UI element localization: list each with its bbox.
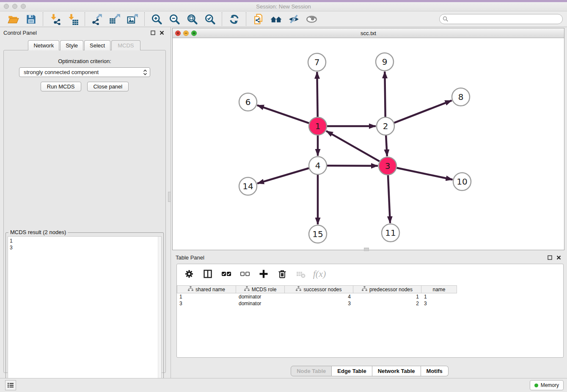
cell[interactable]: 3	[285, 300, 353, 307]
column-header-predecessor-nodes[interactable]: predecessor nodes	[353, 285, 421, 293]
cell[interactable]: dominator	[236, 300, 285, 307]
deselect-all-icon[interactable]	[239, 268, 250, 279]
network-window-titlebar[interactable]: scc.txt	[173, 28, 564, 38]
zoom-out-icon[interactable]	[168, 13, 181, 25]
network-graph-canvas[interactable]: 1234678910111415	[173, 38, 564, 250]
edge-3-10[interactable]	[397, 168, 453, 180]
node-6[interactable]: 6	[239, 93, 257, 111]
close-panel-button[interactable]: Close panel	[87, 82, 129, 91]
tab-network[interactable]: Network	[28, 40, 59, 50]
close-table-panel-icon[interactable]	[556, 255, 561, 260]
mcds-result-text[interactable]: 1 3	[8, 236, 162, 392]
column-header-successor-nodes[interactable]: successor nodes	[285, 285, 353, 293]
export-network-icon[interactable]	[91, 13, 103, 25]
close-panel-icon[interactable]	[160, 30, 164, 35]
zoom-in-icon[interactable]	[150, 13, 163, 25]
node-9[interactable]: 9	[376, 53, 394, 71]
delete-column-icon[interactable]	[277, 268, 288, 279]
edge-1-7[interactable]	[317, 72, 317, 117]
node-label-14: 14	[242, 181, 253, 191]
cell[interactable]: 1	[353, 293, 421, 300]
edge-3-11[interactable]	[388, 175, 390, 223]
run-mcds-button[interactable]: Run MCDS	[41, 82, 81, 91]
import-table-icon[interactable]	[66, 13, 79, 25]
edge-4-3[interactable]	[327, 166, 378, 166]
tab-edge-table[interactable]: Edge Table	[332, 366, 372, 376]
export-image-icon[interactable]	[126, 13, 139, 25]
table-row[interactable]: 1dominator411	[177, 293, 563, 300]
tab-select[interactable]: Select	[84, 40, 110, 50]
home-icon[interactable]	[270, 13, 282, 25]
node-11[interactable]: 11	[382, 224, 399, 242]
duplicate-network-icon[interactable]	[252, 13, 264, 25]
settings-icon[interactable]	[184, 268, 195, 279]
float-table-panel-icon[interactable]	[548, 255, 552, 260]
save-session-icon[interactable]	[25, 13, 37, 25]
column-header-MCDS-role[interactable]: MCDS role	[236, 285, 285, 293]
mcds-result-lines: 1 3	[10, 238, 13, 251]
close-window-button[interactable]	[4, 4, 9, 9]
node-label-11: 11	[385, 228, 396, 238]
result-scrollbar[interactable]	[158, 237, 161, 392]
node-1[interactable]: 1	[309, 117, 327, 135]
network-close-button[interactable]	[175, 30, 181, 36]
tab-mcds[interactable]: MCDS	[111, 40, 140, 50]
tab-network-table[interactable]: Network Table	[372, 366, 421, 376]
table-tabs: Node TableEdge TableNetwork TableMotifs	[172, 366, 567, 376]
zoom-selected-icon[interactable]	[204, 13, 216, 25]
cell[interactable]: 1	[177, 293, 236, 300]
create-column-icon[interactable]	[258, 268, 269, 279]
show-columns-icon[interactable]	[202, 268, 213, 279]
minimize-window-button[interactable]	[12, 4, 17, 9]
refresh-icon[interactable]	[228, 13, 240, 25]
select-stepper-icon	[143, 69, 147, 75]
tab-motifs[interactable]: Motifs	[421, 366, 449, 376]
tab-node-table[interactable]: Node Table	[291, 366, 332, 376]
export-table-icon[interactable]	[108, 13, 121, 25]
network-zoom-button[interactable]	[191, 30, 197, 36]
column-label: name	[432, 287, 445, 293]
open-session-icon[interactable]	[7, 13, 19, 25]
optimization-criterion-select[interactable]: strongly connected component	[19, 67, 150, 77]
cell[interactable]: 4	[285, 293, 353, 300]
vertical-splitter-grip[interactable]	[168, 192, 171, 202]
status-bar: Memory	[0, 378, 567, 392]
edge-2-3[interactable]	[386, 135, 387, 156]
search-input[interactable]	[439, 14, 563, 24]
node-14[interactable]: 14	[239, 177, 257, 195]
node-8[interactable]: 8	[452, 88, 470, 106]
cell[interactable]: 3	[421, 300, 457, 307]
tab-style[interactable]: Style	[60, 40, 83, 50]
node-7[interactable]: 7	[308, 53, 326, 71]
node-2[interactable]: 2	[377, 117, 394, 135]
cell[interactable]: 3	[177, 300, 236, 307]
horizontal-splitter-grip[interactable]	[364, 248, 369, 251]
column-header-name[interactable]: name	[421, 285, 457, 293]
table-row[interactable]: 3dominator323	[177, 300, 563, 307]
node-4[interactable]: 4	[309, 157, 327, 174]
import-network-icon[interactable]	[49, 13, 61, 25]
edge-2-8[interactable]	[394, 100, 452, 123]
edge-4-14[interactable]	[257, 168, 309, 183]
select-all-icon[interactable]	[221, 268, 232, 279]
float-panel-icon[interactable]	[151, 30, 155, 35]
node-3[interactable]: 3	[379, 157, 396, 175]
table-toolbar: f(x)	[177, 264, 563, 283]
column-header-shared-name[interactable]: shared name	[177, 285, 236, 293]
task-history-button[interactable]	[5, 380, 16, 390]
network-minimize-button[interactable]	[183, 30, 189, 36]
edge-2-9[interactable]	[385, 72, 385, 117]
cell[interactable]: 1	[421, 293, 457, 300]
zoom-fit-icon[interactable]	[186, 13, 198, 25]
node-10[interactable]: 10	[453, 173, 471, 190]
cell[interactable]: 2	[353, 300, 421, 307]
hide-selected-icon[interactable]	[287, 13, 300, 25]
edge-3-1[interactable]	[326, 131, 380, 161]
window-titlebar: Session: New Session	[0, 2, 567, 11]
cell[interactable]: dominator	[236, 293, 285, 300]
zoom-window-button[interactable]	[21, 4, 26, 9]
show-all-icon[interactable]	[305, 13, 318, 25]
node-15[interactable]: 15	[309, 225, 327, 243]
edge-1-6[interactable]	[257, 105, 309, 123]
memory-button[interactable]: Memory	[530, 380, 564, 390]
